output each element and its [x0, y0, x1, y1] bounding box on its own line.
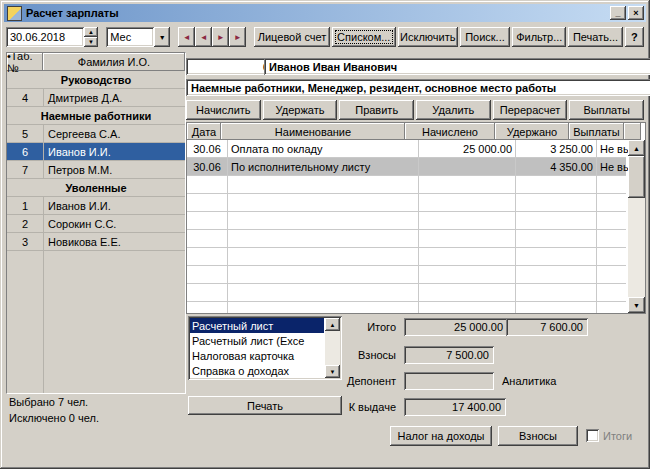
analytics-label: Аналитика: [502, 372, 572, 390]
employee-row[interactable]: 4 Дмитриев Д.А.: [7, 89, 185, 107]
pay-row[interactable]: 30.06 Оплата по окладу 25 000.00 3 250.0…: [187, 140, 626, 158]
withhold-button[interactable]: Удержать: [263, 100, 338, 120]
income-tax-button[interactable]: Налог на доходы: [390, 426, 492, 446]
group-label: Наемные работники: [41, 110, 152, 122]
column-header-accrued[interactable]: Начислено: [405, 123, 495, 140]
nav-prev-button[interactable]: ◄: [195, 27, 212, 47]
dropdown-icon: ▼: [159, 34, 166, 41]
employee-name: Иванов И.И.: [44, 143, 185, 160]
toolbar-filter-button[interactable]: Фильтр...: [512, 27, 566, 47]
spinner-down-button[interactable]: ▼: [84, 37, 99, 47]
nav-next-far-button[interactable]: ►: [229, 27, 246, 47]
employee-row[interactable]: 2 Сорокин С.С.: [7, 215, 185, 233]
column-header-name[interactable]: Фамилия И.О.: [43, 53, 185, 71]
period-dropdown-button[interactable]: ▼: [154, 27, 170, 47]
pay-row-empty: [187, 212, 626, 230]
nav-next-button[interactable]: ►: [212, 27, 229, 47]
employee-row[interactable]: 1 Иванов И.И.: [7, 197, 185, 215]
scrollbar-thumb[interactable]: [628, 156, 645, 198]
pay-grid-scrollbar[interactable]: ▲ ▼: [628, 140, 645, 313]
pay-row-selected[interactable]: 30.06 По исполнительному листу 4 350.00 …: [187, 158, 626, 176]
column-header-withheld[interactable]: Удержано: [495, 123, 569, 140]
employee-group-row[interactable]: Наемные работники: [7, 107, 185, 125]
pay-row-empty: [187, 248, 626, 266]
date-field[interactable]: 30.06.2018: [6, 27, 84, 47]
employee-row-selected[interactable]: 6 Иванов И.И.: [7, 143, 185, 161]
employee-name: Новикова Е.Е.: [44, 233, 185, 250]
edit-button[interactable]: Править: [339, 100, 414, 120]
totals-withheld-field: 7 600.00: [506, 318, 588, 336]
employee-info-field: Наемные работники, Менеджер, резидент, о…: [186, 79, 650, 96]
to-pay-field: 17 400.00: [404, 398, 506, 416]
employee-number: 5: [7, 125, 44, 142]
totals-checkbox[interactable]: [586, 429, 599, 442]
employee-number-field: 6: [186, 58, 274, 75]
contributions-label: Взносы: [336, 346, 396, 364]
toolbar-list-button[interactable]: Списком...: [332, 27, 396, 47]
window-title: Расчет зарплаты: [26, 7, 610, 19]
employee-group-row[interactable]: Руководство: [7, 71, 185, 89]
toolbar-personal-account-button[interactable]: Лицевой счет: [254, 27, 330, 47]
scrollbar-track[interactable]: [628, 156, 645, 297]
employee-table: •Таб.№ Фамилия И.О. Руководство 4 Дмитри…: [6, 52, 186, 394]
scroll-up-icon: ▲: [633, 145, 640, 152]
employee-table-header: •Таб.№ Фамилия И.О.: [7, 53, 185, 71]
deponent-field: [404, 372, 494, 390]
app-icon: [7, 6, 22, 21]
report-item[interactable]: Справка о доходах: [190, 363, 324, 378]
pay-date: 30.06: [187, 140, 228, 157]
employee-group-row[interactable]: Уволенные: [7, 179, 185, 197]
recalc-button[interactable]: Перерасчет: [493, 100, 568, 120]
help-button[interactable]: ?: [625, 27, 644, 47]
pay-row-empty: [187, 194, 626, 212]
totals-checkbox-label: Итоги: [603, 430, 632, 442]
scroll-down-icon: ▼: [633, 302, 640, 309]
period-value[interactable]: Мес: [106, 27, 154, 47]
column-header-item[interactable]: Наименование: [221, 123, 405, 140]
close-button[interactable]: ×: [628, 6, 644, 20]
delete-button[interactable]: Удалить: [416, 100, 491, 120]
pay-accrued: 25 000.00: [419, 140, 516, 157]
toolbar-exclude-button[interactable]: Исключить: [398, 27, 458, 47]
report-item[interactable]: Налоговая карточка: [190, 348, 324, 363]
pay-date: 30.06: [187, 158, 228, 175]
scroll-down-button[interactable]: ▼: [628, 297, 645, 313]
minimize-button[interactable]: _: [610, 6, 626, 20]
scroll-up-button[interactable]: ▲: [628, 140, 645, 156]
column-header-date[interactable]: Дата: [187, 123, 221, 140]
pay-grid-body: 30.06 Оплата по окладу 25 000.00 3 250.0…: [187, 140, 626, 313]
report-item[interactable]: Расчетный лист (Exce: [190, 333, 324, 348]
spinner-up-button[interactable]: ▲: [84, 27, 99, 37]
group-label: Уволенные: [65, 182, 126, 194]
employee-fullname-field: Иванов Иван Иванович: [264, 58, 650, 75]
payouts-button[interactable]: Выплаты: [569, 100, 644, 120]
toolbar-print-button[interactable]: Печать...: [568, 27, 622, 47]
scroll-up-icon: ▲: [330, 322, 336, 328]
report-item-selected[interactable]: Расчетный лист: [190, 318, 324, 333]
pay-row-empty: [187, 284, 626, 302]
employee-row[interactable]: 5 Сергеева С.А.: [7, 125, 185, 143]
reports-scroll-up-button[interactable]: ▲: [325, 318, 340, 331]
date-spinner: ▲ ▼: [84, 27, 99, 47]
totals-accrued-field: 25 000.00: [404, 318, 508, 336]
reports-listbox: Расчетный лист Расчетный лист (Exce Нало…: [188, 316, 342, 380]
group-label: Руководство: [61, 74, 131, 86]
employee-row[interactable]: 3 Новикова Е.Е.: [7, 233, 185, 251]
employee-number: 6: [7, 143, 44, 160]
spin-up-icon: ▲: [88, 29, 94, 35]
employee-row[interactable]: 7 Петров М.М.: [7, 161, 185, 179]
accrue-button[interactable]: Начислить: [186, 100, 261, 120]
titlebar: Расчет зарплаты _ ×: [4, 4, 646, 22]
pay-row-empty: [187, 266, 626, 284]
contributions-button[interactable]: Взносы: [498, 426, 578, 446]
column-header-tabno[interactable]: •Таб.№: [7, 53, 43, 71]
employee-name: Сорокин С.С.: [44, 215, 185, 232]
status-excluded-count: Исключено 0 чел.: [9, 412, 99, 424]
totals-checkbox-group[interactable]: Итоги: [586, 429, 632, 442]
print-report-button[interactable]: Печать: [188, 396, 342, 415]
period-combo: Мес ▼: [106, 27, 170, 47]
toolbar-search-button[interactable]: Поиск...: [460, 27, 510, 47]
column-header-payout[interactable]: Выплаты: [569, 123, 624, 140]
nav-prev-far-button[interactable]: ◄: [178, 27, 195, 47]
pay-accrued: [419, 158, 516, 175]
